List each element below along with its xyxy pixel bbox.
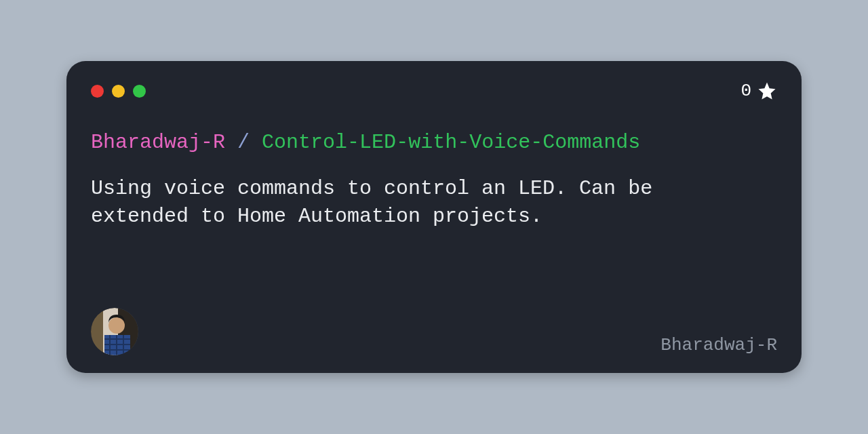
repo-card: 0 Bharadwaj-R / Control-LED-with-Voice-C…	[66, 61, 802, 373]
svg-point-4	[108, 317, 125, 334]
repo-name[interactable]: Control-LED-with-Voice-Commands	[262, 131, 640, 154]
close-icon[interactable]	[91, 85, 104, 98]
card-topbar: 0	[91, 81, 777, 100]
card-footer: Bharadwaj-R	[91, 308, 777, 355]
minimize-icon[interactable]	[112, 85, 125, 98]
repo-owner[interactable]: Bharadwaj-R	[91, 131, 225, 154]
star-counter[interactable]: 0	[741, 81, 777, 101]
avatar-image	[91, 308, 138, 355]
repo-description: Using voice commands to control an LED. …	[91, 175, 715, 231]
footer-username[interactable]: Bharadwaj-R	[660, 335, 777, 355]
star-count: 0	[741, 81, 751, 101]
star-icon	[757, 81, 777, 101]
avatar[interactable]	[91, 308, 138, 355]
repo-separator: /	[237, 131, 250, 154]
maximize-icon[interactable]	[133, 85, 146, 98]
svg-rect-2	[91, 308, 104, 355]
window-controls	[91, 85, 146, 98]
repo-title: Bharadwaj-R / Control-LED-with-Voice-Com…	[91, 130, 777, 155]
